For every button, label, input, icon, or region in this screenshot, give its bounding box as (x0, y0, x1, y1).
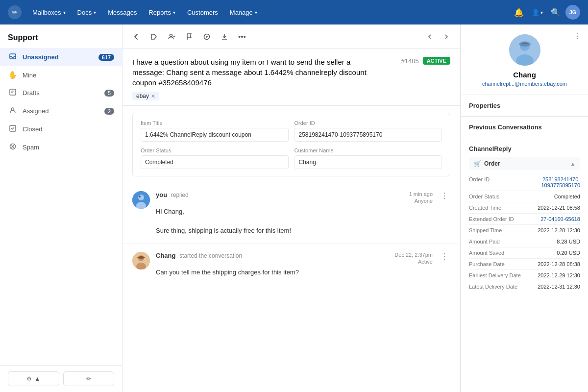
main-layout: Support Unassigned 617 ✋ Mine Drafts (0, 24, 588, 392)
contact-section: ⋮ Chang channelrepl...@members.ebay.com (461, 24, 588, 95)
order-subsection-header[interactable]: 🛒 Order ▲ (469, 157, 580, 170)
assign-agent-button[interactable] (164, 29, 179, 45)
sidebar-item-assigned[interactable]: Assigned 2 (0, 102, 122, 120)
chevron-up-icon: ▲ (570, 161, 575, 167)
chevron-down-icon: ▾ (94, 10, 96, 15)
order-detail-row: Purchase Date 2022-12-28 08:38 (469, 259, 580, 270)
order-detail-row: Shipped Time 2022-12-28 12:30 (469, 225, 580, 236)
svg-text:✏: ✏ (12, 8, 18, 16)
message-assignee: Active (394, 259, 433, 265)
svg-rect-3 (10, 89, 16, 95)
order-details-rows: Order ID 258198241470-1093775895170 Orde… (469, 174, 580, 292)
conversation-nav (422, 29, 454, 45)
chevron-up-icon: ▲ (34, 375, 40, 382)
spam-icon (8, 143, 18, 152)
nav-mailboxes[interactable]: Mailboxes ▾ (27, 6, 71, 19)
chevron-down-icon: ▾ (540, 10, 543, 15)
message-body: you replied 1 min ago Anyone ⋮ Hi Cha (156, 191, 450, 236)
more-options-button[interactable]: ••• (234, 29, 250, 45)
conversation-subject: I have a question about using my item or… (132, 57, 368, 88)
sidebar-item-closed[interactable]: Closed (0, 120, 122, 138)
tag-button[interactable] (199, 29, 215, 45)
chevron-down-icon: ▾ (255, 10, 257, 15)
gear-icon: ⚙ (26, 375, 32, 382)
message-sender: Chang started the conversation (156, 252, 242, 259)
item-title-field: Item Title (141, 120, 289, 142)
hand-icon: ✋ (8, 71, 18, 79)
right-panel: ⋮ Chang channelrepl...@members.ebay.com … (461, 24, 588, 392)
avatar[interactable]: JG (565, 5, 580, 20)
inbox-icon (8, 52, 18, 62)
order-detail-row: Amount Paid 8.28 USD (469, 236, 580, 247)
conversation-header: I have a question about using my item or… (122, 49, 460, 106)
chevron-down-icon: ▾ (173, 10, 175, 15)
properties-title: Properties (469, 102, 580, 109)
message-assignee: Anyone (409, 198, 433, 204)
message-text: Can you tell me the shipping charges for… (156, 268, 450, 277)
compose-button[interactable]: ✏ (63, 371, 115, 386)
back-button[interactable] (128, 29, 144, 45)
order-detail-row: Earliest Delivery Date 2022-12-29 12:30 (469, 270, 580, 281)
nav-manage[interactable]: Manage ▾ (225, 6, 262, 19)
order-detail-row: Latest Delivery Date 2022-12-31 12:30 (469, 281, 580, 292)
sidebar-item-spam[interactable]: Spam (0, 138, 122, 156)
svg-point-10 (138, 195, 144, 200)
svg-point-7 (170, 34, 172, 36)
nav-docs[interactable]: Docs ▾ (73, 6, 101, 19)
order-detail-row: Created Time 2022-12-21 08:58 (469, 202, 580, 214)
message-time: Dec 22, 2:37pm (394, 252, 433, 258)
next-conversation-button[interactable] (439, 29, 454, 45)
svg-point-12 (139, 196, 141, 197)
message-time: 1 min ago (409, 191, 433, 197)
contact-avatar (509, 34, 540, 66)
message-item: you replied 1 min ago Anyone ⋮ Hi Cha (122, 183, 460, 244)
tag-ebay[interactable]: ebay ✕ (132, 92, 159, 100)
action-button[interactable] (217, 29, 232, 45)
contact-more-button[interactable]: ⋮ (573, 31, 581, 41)
assign-label-button[interactable] (146, 29, 162, 45)
conversation-meta: #1405 ACTIVE (401, 57, 451, 65)
status-badge: ACTIVE (423, 57, 450, 65)
order-detail-row: Order ID 258198241470-1093775895170 (469, 174, 580, 191)
flag-button[interactable] (181, 29, 197, 45)
chevron-down-icon: ▾ (63, 10, 66, 15)
order-id-input[interactable] (294, 128, 442, 142)
order-status-input[interactable] (141, 155, 289, 169)
sidebar: Support Unassigned 617 ✋ Mine Drafts (0, 24, 122, 392)
avatar (132, 191, 150, 209)
order-detail-row: Amount Saved 0.20 USD (469, 247, 580, 259)
tag-row: ebay ✕ (132, 92, 450, 100)
channelreply-title: ChannelReply (469, 145, 580, 152)
nav-customers[interactable]: Customers (182, 6, 223, 19)
order-id-field: Order ID (294, 120, 442, 142)
notifications-button[interactable]: 🔔 (511, 4, 527, 20)
channelreply-section: ChannelReply 🛒 Order ▲ Order ID 25819824… (461, 138, 588, 299)
prev-conversation-button[interactable] (422, 29, 438, 45)
customer-name-field: Customer Name (294, 147, 442, 169)
contact-email[interactable]: channelrepl...@members.ebay.com (482, 81, 567, 87)
user-menu-button[interactable]: 👤 ▾ (529, 4, 546, 20)
search-button[interactable]: 🔍 (548, 4, 564, 20)
order-detail-row: Extended Order ID 27-04160-65618 (469, 214, 580, 225)
customer-name-label: Customer Name (294, 147, 442, 153)
message-more-button[interactable]: ⋮ (439, 191, 450, 200)
tag-remove-icon[interactable]: ✕ (151, 93, 155, 99)
item-title-input[interactable] (141, 128, 289, 142)
sidebar-item-mine[interactable]: ✋ Mine (0, 66, 122, 84)
previous-conversations-section: Previous Conversations (461, 117, 588, 138)
message-sender: you replied (156, 191, 189, 198)
order-status-label: Order Status (141, 147, 289, 153)
svg-rect-16 (137, 256, 145, 259)
compose-icon: ✏ (86, 375, 91, 382)
conversation-id: #1405 (401, 57, 419, 65)
customer-name-input[interactable] (294, 155, 442, 169)
message-more-button[interactable]: ⋮ (439, 252, 450, 261)
nav-messages[interactable]: Messages (103, 6, 142, 19)
settings-button[interactable]: ⚙ ▲ (8, 371, 59, 386)
nav-reports[interactable]: Reports ▾ (144, 6, 180, 19)
sidebar-title: Support (0, 24, 122, 48)
sidebar-item-unassigned[interactable]: Unassigned 617 (0, 48, 122, 66)
order-detail-row: Order Status Completed (469, 191, 580, 202)
sidebar-item-drafts[interactable]: Drafts 5 (0, 84, 122, 102)
app-logo[interactable]: ✏ (8, 5, 22, 19)
